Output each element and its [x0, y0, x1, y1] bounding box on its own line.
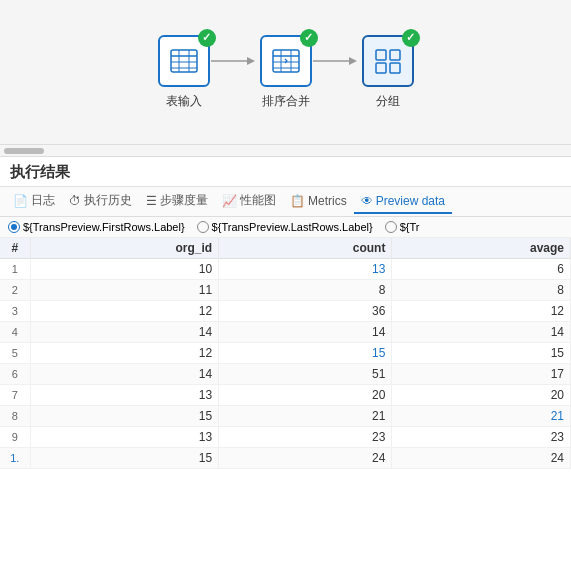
tab-history-label: 执行历史: [84, 192, 132, 209]
cell-org-id: 15: [30, 448, 219, 469]
perf-icon: 📈: [222, 194, 237, 208]
cell-count: 24: [219, 448, 392, 469]
node-group[interactable]: ✓ 分组: [362, 35, 414, 110]
svg-rect-18: [376, 63, 386, 73]
cell-org-id: 12: [30, 343, 219, 364]
arrow-1: [210, 53, 260, 91]
cell-row-num: 1.: [0, 448, 30, 469]
node-sort-merge-icon: ✓: [260, 35, 312, 87]
cell-avage: 15: [392, 343, 571, 364]
radio-other[interactable]: ${Tr: [385, 221, 420, 233]
svg-rect-8: [273, 50, 299, 72]
preview-icon: 👁: [361, 194, 373, 208]
cell-row-num: 3: [0, 301, 30, 322]
cell-row-num: 1: [0, 259, 30, 280]
cell-org-id: 13: [30, 427, 219, 448]
cell-row-num: 9: [0, 427, 30, 448]
cell-org-id: 12: [30, 301, 219, 322]
tab-preview[interactable]: 👁 Preview data: [354, 190, 452, 214]
tab-preview-label: Preview data: [376, 194, 445, 208]
cell-avage: 23: [392, 427, 571, 448]
table-body: 1101362118831236124141414512151561451177…: [0, 259, 571, 469]
cell-row-num: 5: [0, 343, 30, 364]
tab-history[interactable]: ⏱ 执行历史: [62, 188, 139, 215]
svg-rect-19: [390, 63, 400, 73]
cell-row-num: 7: [0, 385, 30, 406]
cell-count: 13: [219, 259, 392, 280]
scrollbar-thumb[interactable]: [4, 148, 44, 154]
table-row: 8152121: [0, 406, 571, 427]
cell-org-id: 10: [30, 259, 219, 280]
cell-count: 23: [219, 427, 392, 448]
tab-steps-label: 步骤度量: [160, 192, 208, 209]
radio-other-circle[interactable]: [385, 221, 397, 233]
history-icon: ⏱: [69, 194, 81, 208]
table-row: 6145117: [0, 364, 571, 385]
cell-avage: 12: [392, 301, 571, 322]
cell-org-id: 14: [30, 322, 219, 343]
table-header-row: # org_id count avage: [0, 238, 571, 259]
data-table-wrap: # org_id count avage 1101362118831236124…: [0, 238, 571, 469]
table-row: 21188: [0, 280, 571, 301]
node-sort-merge-label: 排序合并: [262, 93, 310, 110]
cell-avage: 8: [392, 280, 571, 301]
cell-avage: 21: [392, 406, 571, 427]
table-row: 4141414: [0, 322, 571, 343]
table-row: 1.152424: [0, 448, 571, 469]
radio-first-rows-circle[interactable]: [8, 221, 20, 233]
svg-rect-0: [171, 50, 197, 72]
tab-perf-label: 性能图: [240, 192, 276, 209]
cell-row-num: 2: [0, 280, 30, 301]
tab-steps[interactable]: ☰ 步骤度量: [139, 188, 215, 215]
tab-log[interactable]: 📄 日志: [6, 188, 62, 215]
radio-last-rows[interactable]: ${TransPreview.LastRows.Label}: [197, 221, 373, 233]
cell-avage: 20: [392, 385, 571, 406]
cell-avage: 17: [392, 364, 571, 385]
cell-count: 14: [219, 322, 392, 343]
data-table: # org_id count avage 1101362118831236124…: [0, 238, 571, 469]
tab-metrics[interactable]: 📋 Metrics: [283, 190, 354, 214]
svg-rect-17: [390, 50, 400, 60]
node-group-icon: ✓: [362, 35, 414, 87]
node-sort-merge[interactable]: ✓ 排序合并: [260, 35, 312, 110]
results-title: 执行结果: [0, 157, 571, 187]
arrow-2: [312, 53, 362, 91]
pipeline-area: ✓ 表输入 ✓: [0, 0, 571, 145]
radio-first-rows-label: ${TransPreview.FirstRows.Label}: [23, 221, 185, 233]
svg-marker-15: [349, 57, 357, 65]
radio-first-rows-inner: [11, 224, 17, 230]
col-header-avage: avage: [392, 238, 571, 259]
tab-metrics-label: Metrics: [308, 194, 347, 208]
cell-count: 21: [219, 406, 392, 427]
cell-org-id: 15: [30, 406, 219, 427]
table-row: 3123612: [0, 301, 571, 322]
node-table-input-label: 表输入: [166, 93, 202, 110]
pipeline-nodes: ✓ 表输入 ✓: [158, 35, 414, 110]
svg-marker-7: [247, 57, 255, 65]
node-sort-merge-check: ✓: [300, 29, 318, 47]
cell-avage: 24: [392, 448, 571, 469]
radio-last-rows-circle[interactable]: [197, 221, 209, 233]
col-header-row-num: #: [0, 238, 30, 259]
cell-count: 15: [219, 343, 392, 364]
svg-rect-16: [376, 50, 386, 60]
cell-avage: 6: [392, 259, 571, 280]
node-group-check: ✓: [402, 29, 420, 47]
radio-first-rows[interactable]: ${TransPreview.FirstRows.Label}: [8, 221, 185, 233]
tab-perf[interactable]: 📈 性能图: [215, 188, 283, 215]
table-row: 7132020: [0, 385, 571, 406]
cell-org-id: 14: [30, 364, 219, 385]
tab-log-label: 日志: [31, 192, 55, 209]
log-icon: 📄: [13, 194, 28, 208]
cell-count: 8: [219, 280, 392, 301]
cell-count: 36: [219, 301, 392, 322]
tabs-bar: 📄 日志 ⏱ 执行历史 ☰ 步骤度量 📈 性能图 📋 Metrics 👁 Pre…: [0, 187, 571, 217]
table-row: 9132323: [0, 427, 571, 448]
node-table-input-check: ✓: [198, 29, 216, 47]
results-section: 执行结果 📄 日志 ⏱ 执行历史 ☰ 步骤度量 📈 性能图 📋 Metrics …: [0, 157, 571, 469]
metrics-icon: 📋: [290, 194, 305, 208]
radio-other-label: ${Tr: [400, 221, 420, 233]
cell-avage: 14: [392, 322, 571, 343]
node-table-input[interactable]: ✓ 表输入: [158, 35, 210, 110]
horizontal-scrollbar[interactable]: [0, 145, 571, 157]
